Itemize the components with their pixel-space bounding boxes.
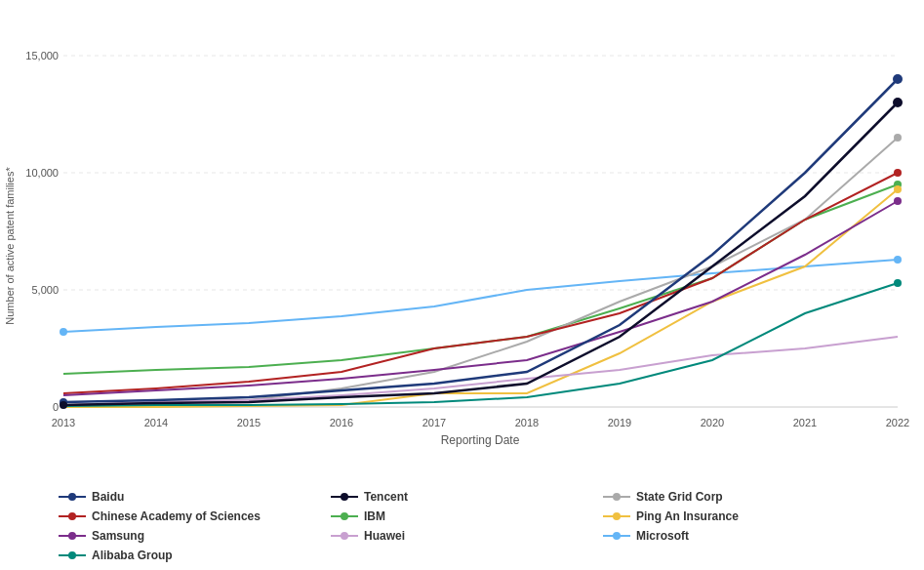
x-tick-2013: 2013 (52, 417, 75, 428)
legend-label-samsung: Samsung (92, 529, 144, 543)
legend-line-pingan (603, 515, 630, 517)
legend-label-alibaba: Alibaba Group (92, 549, 173, 562)
dot-alibaba-2022 (894, 279, 902, 287)
legend-label-microsoft: Microsoft (636, 529, 689, 543)
legend-item-ibm: IBM (331, 509, 593, 523)
x-tick-2019: 2019 (608, 417, 631, 428)
x-tick-2015: 2015 (237, 417, 261, 428)
legend-label-tencent: Tencent (364, 490, 408, 504)
chart-container: Number of active patent families* 0 5,00… (0, 10, 924, 570)
line-cas (63, 173, 898, 393)
x-tick-2020: 2020 (701, 417, 724, 428)
legend-line-ibm (331, 515, 358, 517)
legend-label-huawei: Huawei (364, 529, 405, 543)
x-tick-2022: 2022 (886, 417, 909, 428)
legend-line-microsoft (603, 535, 630, 537)
legend: Baidu Tencent State Grid Corp Chinese Ac… (0, 482, 924, 570)
dot-microsoft-2022 (894, 256, 902, 264)
legend-item-microsoft: Microsoft (603, 529, 865, 543)
legend-dot-samsung (68, 532, 76, 540)
legend-line-tencent (331, 496, 358, 498)
legend-dot-cas (68, 512, 76, 520)
y-tick-15000: 15,000 (25, 50, 59, 61)
y-tick-10000: 10,000 (25, 167, 59, 179)
legend-item-alibaba: Alibaba Group (59, 549, 321, 562)
x-tick-2021: 2021 (793, 417, 817, 428)
legend-line-alibaba (59, 554, 86, 556)
legend-item-pingan: Ping An Insurance (603, 509, 865, 523)
dot-cas-2022 (894, 169, 902, 177)
legend-item-stategrid: State Grid Corp (603, 490, 865, 504)
legend-dot-tencent (341, 493, 348, 501)
legend-line-cas (59, 515, 86, 517)
y-axis-label: Number of active patent families* (4, 167, 16, 325)
legend-dot-ibm (341, 512, 348, 520)
x-tick-2016: 2016 (330, 417, 353, 428)
legend-item-baidu: Baidu (59, 490, 321, 504)
x-tick-2018: 2018 (515, 417, 539, 428)
legend-item-cas: Chinese Academy of Sciences (59, 509, 321, 523)
line-tencent (63, 102, 898, 405)
legend-line-baidu (59, 496, 86, 498)
legend-dot-alibaba (68, 551, 76, 559)
x-axis-label: Reporting Date (441, 433, 520, 447)
legend-label-baidu: Baidu (92, 490, 124, 504)
legend-item-samsung: Samsung (59, 529, 321, 543)
legend-line-samsung (59, 535, 86, 537)
legend-label-pingan: Ping An Insurance (636, 509, 739, 523)
dot-microsoft-2013 (60, 328, 67, 336)
legend-line-stategrid (603, 496, 630, 498)
legend-dot-stategrid (613, 493, 621, 501)
legend-dot-microsoft (613, 532, 621, 540)
x-tick-2014: 2014 (144, 417, 168, 428)
legend-label-cas: Chinese Academy of Sciences (92, 509, 261, 523)
dot-tencent-2013 (60, 401, 67, 409)
y-tick-5000: 5,000 (31, 284, 59, 296)
dot-pingan-2022 (894, 185, 902, 193)
dot-tencent-2022 (893, 98, 903, 107)
line-huawei (63, 337, 898, 405)
x-tick-2017: 2017 (422, 417, 446, 428)
legend-dot-huawei (341, 532, 348, 540)
dot-samsung-2022 (894, 197, 902, 205)
dot-stategrid-2022 (894, 134, 902, 142)
chart-svg: Number of active patent families* 0 5,00… (0, 10, 924, 482)
dot-baidu-2022 (893, 74, 903, 84)
y-tick-0: 0 (53, 401, 59, 413)
legend-label-ibm: IBM (364, 509, 385, 523)
legend-item-huawei: Huawei (331, 529, 593, 543)
legend-line-huawei (331, 535, 358, 537)
legend-item-tencent: Tencent (331, 490, 593, 504)
legend-dot-pingan (613, 512, 621, 520)
legend-label-stategrid: State Grid Corp (636, 490, 723, 504)
legend-dot-baidu (68, 493, 76, 501)
chart-area: Number of active patent families* 0 5,00… (0, 10, 924, 482)
